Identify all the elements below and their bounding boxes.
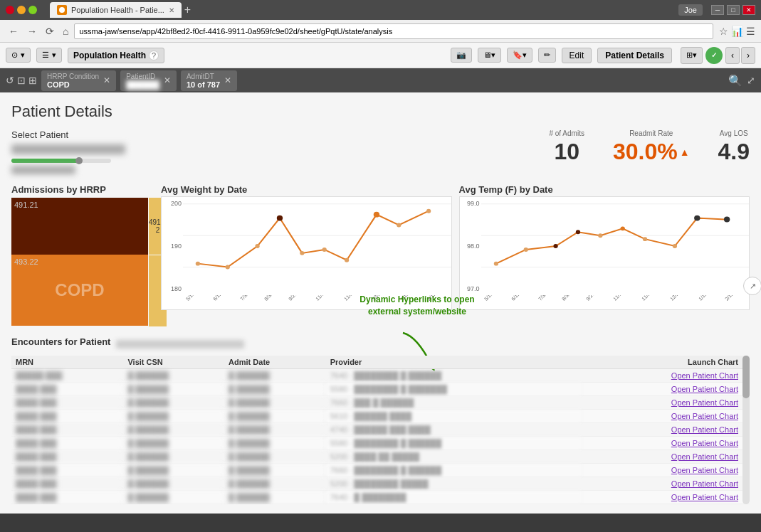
hrrp-filter-close-icon[interactable]: ✕ xyxy=(103,75,110,85)
treemap-top-block: 491.21 xyxy=(11,198,148,255)
prev-arrow-button[interactable]: ‹ xyxy=(725,47,740,64)
forward-button[interactable]: → xyxy=(24,24,40,38)
patient-slider-container[interactable] xyxy=(11,159,125,163)
admits-value: 10 xyxy=(549,139,584,165)
readmit-value: 30.0% xyxy=(613,139,678,165)
chart-fullscreen-button[interactable]: ↗ xyxy=(743,277,761,295)
cell-csn: █ ██████ xyxy=(123,464,224,477)
weight-x5: 9/27/2014 xyxy=(288,295,307,302)
restore-button[interactable]: □ xyxy=(727,5,740,15)
cell-csn: █ ██████ xyxy=(123,437,224,450)
cell-provider: 5580 · ████████ █ ███████ xyxy=(326,383,582,396)
open-patient-chart-link[interactable]: Open Patient Chart xyxy=(671,398,738,407)
open-patient-chart-link[interactable]: Open Patient Chart xyxy=(671,466,738,474)
menu-button[interactable]: ☰ xyxy=(746,26,755,37)
cell-admit: █ ██████ xyxy=(224,450,326,464)
hrrp-filter-chip[interactable]: HRRP Condition COPD ✕ xyxy=(41,70,116,91)
select-patient-section: Select Patient xyxy=(11,129,125,174)
bookmark2-button[interactable]: 🔖▾ xyxy=(507,48,532,63)
temp-chart-section: Avg Temp (F) by Date xyxy=(459,184,750,310)
cell-link[interactable]: Open Patient Chart xyxy=(582,410,750,423)
tab-bar: Population Health - Patie... ✕ + xyxy=(50,1,674,19)
cell-provider: 7660 · ████████ █ ██████ xyxy=(326,464,582,477)
cell-link[interactable]: Open Patient Chart xyxy=(582,437,750,450)
cell-link[interactable]: Open Patient Chart xyxy=(582,396,750,410)
cell-link[interactable]: Open Patient Chart xyxy=(582,464,750,477)
cell-provider: 5200 · ████ ██ █████ xyxy=(326,450,582,464)
weight-ymin: 180 xyxy=(163,285,182,292)
admitdt-filter-close-icon[interactable]: ✕ xyxy=(224,75,231,85)
expand-icon[interactable]: ⤢ xyxy=(747,75,755,86)
bookmark-button[interactable]: ☆ xyxy=(719,26,728,37)
svg-point-11 xyxy=(374,212,379,218)
close-button[interactable]: ✕ xyxy=(742,5,755,15)
svg-point-5 xyxy=(226,265,230,270)
table-row: ████ ███ █ ██████ █ ██████ 4740 · ██████… xyxy=(11,423,750,437)
help-icon: ? xyxy=(149,50,159,60)
temp-x7: 11/30/20... xyxy=(641,295,661,302)
encounters-table-wrapper: MRN Visit CSN Admit Date Provider Launch… xyxy=(11,356,750,504)
hrrp-filter-label: HRRP Condition xyxy=(47,73,99,80)
weight-chart-title: Avg Weight by Date xyxy=(161,184,452,195)
home-logo-button[interactable]: ⊙ ▾ xyxy=(6,48,31,63)
patientid-filter-close-icon[interactable]: ✕ xyxy=(164,75,171,85)
address-bar[interactable] xyxy=(74,23,713,39)
maximize-window-button[interactable] xyxy=(28,6,37,14)
minimize-button[interactable]: ─ xyxy=(711,5,724,15)
patient-details-button[interactable]: Patient Details xyxy=(597,48,672,63)
cell-link[interactable]: Open Patient Chart xyxy=(582,423,750,437)
cell-csn: █ ██████ xyxy=(123,410,224,423)
list-menu-button[interactable]: ☰ ▾ xyxy=(36,48,62,63)
cell-link[interactable]: Open Patient Chart xyxy=(582,383,750,396)
scrollbar-thumb[interactable] xyxy=(742,356,750,398)
next-arrow-button[interactable]: › xyxy=(741,47,755,64)
open-patient-chart-link[interactable]: Open Patient Chart xyxy=(671,479,738,488)
open-patient-chart-link[interactable]: Open Patient Chart xyxy=(671,439,738,447)
open-patient-chart-link[interactable]: Open Patient Chart xyxy=(671,425,738,434)
minimize-window-button[interactable] xyxy=(17,6,26,14)
weight-x1: 5/10/2014 xyxy=(185,295,204,302)
table-row: ████ ███ █ ██████ █ ██████ 5200 · ██████… xyxy=(11,477,750,491)
camera-button[interactable]: 📷 xyxy=(451,48,472,63)
open-patient-chart-link[interactable]: Open Patient Chart xyxy=(671,452,738,461)
cell-link[interactable]: Open Patient Chart xyxy=(582,450,750,464)
cell-link[interactable]: Open Patient Chart xyxy=(582,491,750,504)
edit-button[interactable]: Edit xyxy=(562,48,592,63)
screen-button[interactable]: 🖥▾ xyxy=(478,48,501,63)
table-scrollbar[interactable] xyxy=(742,356,750,504)
home-button[interactable]: ⌂ xyxy=(60,24,71,38)
open-patient-chart-link[interactable]: Open Patient Chart xyxy=(671,493,738,501)
cell-link[interactable]: Open Patient Chart xyxy=(582,369,750,383)
open-patient-chart-link[interactable]: Open Patient Chart xyxy=(671,412,738,420)
search-icon[interactable]: 🔍 xyxy=(728,74,742,87)
admitdt-filter-chip[interactable]: AdmitDT 10 of 787 ✕ xyxy=(181,70,237,91)
weight-chart[interactable]: 200 190 180 5/10/2014 6/12/2014 7/3/2014… xyxy=(161,196,452,310)
open-patient-chart-link[interactable]: Open Patient Chart xyxy=(671,371,738,380)
lock-filter-icon[interactable]: ⊞ xyxy=(28,75,37,86)
clear-filters-icon[interactable]: ↺ xyxy=(6,75,14,86)
active-tab[interactable]: Population Health - Patie... ✕ xyxy=(50,2,182,18)
cell-link[interactable]: Open Patient Chart xyxy=(582,477,750,491)
cell-admit: █ ██████ xyxy=(224,491,326,504)
back-button[interactable]: ← xyxy=(6,24,21,38)
temp-chart[interactable]: 99.0 98.0 97.0 5/10/2014 6/12/2014 7/3/2… xyxy=(459,196,750,310)
table-row: ████ ███ █ ██████ █ ██████ 7640 · █ ████… xyxy=(11,491,750,504)
new-tab-button[interactable]: + xyxy=(184,4,191,16)
back-filter-icon[interactable]: ⊡ xyxy=(17,75,26,86)
app-toolbar: ⊙ ▾ ☰ ▾ Population Health ? 📷 🖥▾ 🔖▾ ✏ Ed… xyxy=(0,43,761,68)
app-title-button[interactable]: Population Health ? xyxy=(68,48,164,63)
analytics-icon[interactable]: 📊 xyxy=(731,26,743,37)
close-window-button[interactable] xyxy=(6,6,14,14)
cell-provider: 7640 · ████████ █ ██████ xyxy=(326,369,582,383)
grid-button[interactable]: ⊞▾ xyxy=(681,47,703,64)
col-provider: Provider xyxy=(326,356,582,369)
tab-close-icon[interactable]: ✕ xyxy=(169,6,174,14)
col-admit: Admit Date xyxy=(224,356,326,369)
treemap-chart[interactable]: 491.21 COPD 493.22 xyxy=(11,198,148,326)
refresh-button[interactable]: ⟳ xyxy=(43,24,57,38)
table-row: █████ ███ █ ██████ █ ██████ 7640 · █████… xyxy=(11,369,750,383)
cell-provider: 7660 · ███ █ ██████ xyxy=(326,396,582,410)
table-row: ████ ███ █ ██████ █ ██████ 5580 · ██████… xyxy=(11,383,750,396)
patientid-filter-chip[interactable]: PatientID ██████ ✕ xyxy=(120,70,177,91)
open-patient-chart-link[interactable]: Open Patient Chart xyxy=(671,385,738,393)
